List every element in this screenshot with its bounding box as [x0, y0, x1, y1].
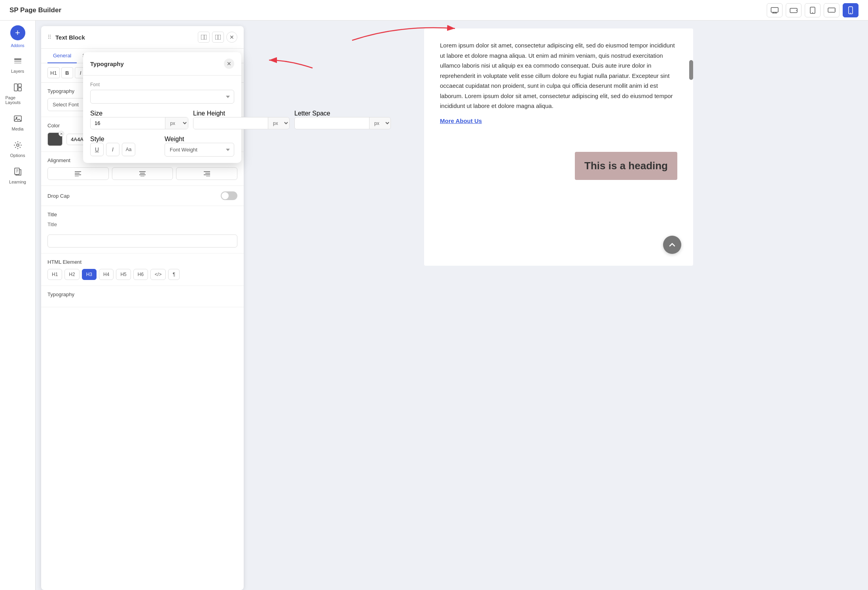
sidebar-item-layers[interactable]: Layers [2, 53, 33, 78]
svg-rect-0 [771, 8, 778, 12]
html-btn-h3[interactable]: H3 [82, 269, 97, 280]
html-btn-h2[interactable]: H2 [64, 269, 79, 280]
line-height-unit-select[interactable]: pxem [268, 117, 289, 129]
style-underline-btn[interactable]: U [90, 143, 104, 156]
device-switcher [767, 3, 859, 17]
html-btn-h1[interactable]: H1 [47, 269, 62, 280]
title-input[interactable] [47, 234, 237, 248]
topbar: SP Page Builder [0, 0, 868, 21]
font-select-placeholder: Select Font [53, 102, 79, 108]
scroll-to-top-btn[interactable] [663, 236, 681, 254]
svg-rect-13 [14, 61, 21, 62]
layers-icon [13, 57, 22, 67]
drag-handle-icon: ⠿ [47, 34, 51, 40]
letter-space-label: Letter Space [294, 110, 330, 117]
svg-point-11 [850, 13, 851, 13]
letter-space-input[interactable] [295, 117, 369, 129]
html-btn-h4[interactable]: H4 [99, 269, 114, 280]
style-italic-btn[interactable]: I [106, 143, 119, 156]
style-buttons: U I Aa [90, 143, 160, 156]
typography-popup-header: Typography ✕ [83, 52, 241, 76]
line-height-input-group: pxem [193, 117, 290, 129]
style-aa-btn[interactable]: Aa [122, 143, 135, 156]
panel-view-full-btn[interactable] [198, 32, 210, 43]
html-btn-paragraph[interactable]: ¶ [168, 269, 179, 280]
device-mobile-landscape-btn[interactable] [824, 3, 840, 17]
toggle-knob [222, 192, 229, 199]
align-right-btn[interactable] [176, 167, 237, 180]
html-element-buttons: H1 H2 H3 H4 H5 H6 </> ¶ [47, 269, 237, 280]
options-label: Options [10, 153, 25, 158]
align-left-btn[interactable] [47, 167, 109, 180]
style-col: Style U I Aa [90, 136, 160, 157]
weight-label: Weight [165, 136, 184, 142]
letter-space-unit-select[interactable]: pxem [369, 117, 390, 129]
drop-cap-section: Drop Cap [41, 186, 244, 206]
title-sublabel: Title [47, 221, 237, 227]
html-btn-h6[interactable]: H6 [133, 269, 148, 280]
line-height-input[interactable] [193, 117, 268, 129]
lorem-text: Lorem ipsum dolor sit amet, consectetur … [440, 40, 677, 111]
align-center-btn[interactable] [112, 167, 173, 180]
media-label: Media [12, 127, 24, 131]
size-input-group: pxemrem [90, 117, 188, 129]
panel-title: Text Block [55, 34, 85, 41]
panel-view-split-btn[interactable] [212, 32, 224, 43]
toolbar-h1-btn[interactable]: H1 [47, 67, 60, 78]
panel-header: ⠿ Text Block ✕ [41, 26, 244, 49]
svg-rect-16 [18, 84, 21, 87]
heading-preview-box: This is a heading [575, 152, 677, 180]
panel-header-left: ⠿ Text Block [47, 34, 85, 41]
size-row: Size pxemrem Line Height [90, 110, 234, 129]
font-weight-select[interactable]: Font Weight Light 300 Regular 400 Semi B… [165, 143, 234, 157]
color-swatch-container: ✕ [47, 132, 63, 146]
dropcap-toggle[interactable] [221, 191, 237, 200]
device-mobile-portrait-btn[interactable] [843, 3, 859, 17]
panel-close-btn[interactable]: ✕ [226, 32, 237, 43]
tab-general[interactable]: General [47, 49, 77, 63]
line-height-col: Line Height pxem [193, 110, 290, 129]
size-input[interactable] [91, 117, 165, 129]
alignment-row [47, 167, 237, 180]
svg-rect-22 [201, 35, 207, 40]
svg-rect-8 [828, 8, 835, 12]
addons-label: Addons [11, 43, 25, 48]
learning-label: Learning [9, 180, 26, 184]
scrollbar-indicator[interactable] [689, 60, 693, 80]
font-label: Font [90, 82, 234, 87]
typography-popup: Typography ✕ Font Size [83, 52, 241, 163]
dropcap-row: Drop Cap [47, 191, 237, 200]
sidebar-item-page-layouts[interactable]: Page Layouts [2, 79, 33, 109]
line-height-label: Line Height [193, 110, 225, 117]
html-btn-h5[interactable]: H5 [116, 269, 131, 280]
device-tablet-portrait-btn[interactable] [805, 3, 821, 17]
svg-point-20 [17, 144, 19, 146]
sidebar-item-media[interactable]: Media [2, 110, 33, 135]
size-col: Size pxemrem [90, 110, 188, 129]
dropcap-label: Drop Cap [47, 193, 70, 199]
letter-space-input-group: pxem [294, 117, 391, 129]
svg-rect-14 [14, 62, 21, 64]
svg-point-5 [796, 10, 797, 11]
sidebar-item-addons[interactable]: + [10, 25, 25, 40]
content-area: Lorem ipsum dolor sit amet, consectetur … [249, 21, 868, 590]
svg-rect-15 [14, 84, 17, 91]
sidebar-item-learning[interactable]: Learning [2, 163, 33, 188]
page-layouts-icon [13, 83, 22, 94]
letter-space-col: Letter Space pxem [294, 110, 391, 129]
typography2-section: Typography [41, 286, 244, 307]
toolbar-bold-btn[interactable]: B [61, 67, 73, 78]
sidebar-item-options[interactable]: Options [2, 137, 33, 162]
device-tablet-landscape-btn[interactable] [786, 3, 802, 17]
color-remove-btn[interactable]: ✕ [59, 131, 64, 136]
media-icon [13, 114, 22, 125]
heading-preview-text: This is a heading [584, 160, 668, 172]
device-desktop-btn[interactable] [767, 3, 783, 17]
svg-point-7 [812, 12, 813, 13]
typography-popup-title: Typography [90, 61, 124, 67]
font-select[interactable] [90, 90, 234, 104]
typography-popup-close-btn[interactable]: ✕ [224, 59, 234, 69]
html-btn-code[interactable]: </> [150, 269, 166, 280]
more-about-us-link[interactable]: More About Us [440, 117, 482, 124]
size-unit-select[interactable]: pxemrem [165, 117, 188, 129]
